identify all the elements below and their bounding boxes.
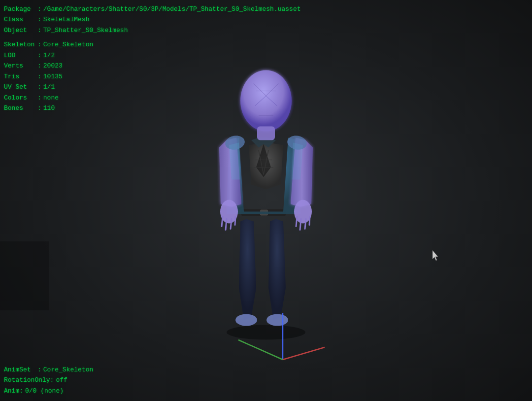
rotation-value: off: [56, 375, 67, 385]
verts-row: Verts : 20023: [4, 61, 301, 71]
skeleton-value: Core_Skeleton: [43, 39, 93, 50]
object-row: Object : TP_Shatter_S0_Skelmesh: [4, 25, 301, 35]
object-label: Object: [4, 25, 37, 35]
class-label: Class: [4, 14, 37, 25]
package-row: Package : /Game/Characters/Shatter/S0/3P…: [4, 4, 301, 14]
lod-label: LOD: [4, 50, 37, 61]
uvset-row: UV Set : 1/1: [4, 82, 301, 92]
svg-rect-18: [257, 127, 275, 140]
bones-label: Bones: [4, 103, 37, 113]
lod-row: LOD : 1/2: [4, 50, 301, 61]
anim-info-panel: AnimSet : Core_Skeleton RotationOnly: of…: [4, 365, 93, 396]
animset-value: Core_Skeleton: [43, 365, 93, 375]
axis-indicator: [233, 310, 342, 371]
uvset-label: UV Set: [4, 82, 37, 92]
class-row: Class : SkeletalMesh: [4, 14, 301, 25]
tris-value: 10135: [43, 71, 63, 82]
bones-row: Bones : 110: [4, 103, 301, 113]
animset-label: AnimSet: [4, 365, 37, 375]
rotation-label: RotationOnly:: [4, 375, 54, 385]
rotation-row: RotationOnly: off: [4, 375, 93, 385]
colors-value: none: [43, 93, 59, 103]
package-value: /Game/Characters/Shatter/S0/3P/Models/TP…: [43, 4, 301, 14]
mouse-cursor: [432, 250, 440, 260]
svg-line-23: [283, 347, 325, 360]
anim-value: 0/0 (none): [25, 386, 64, 396]
colors-label: Colors: [4, 93, 37, 103]
svg-line-22: [238, 340, 283, 360]
mesh-info-panel: Package : /Game/Characters/Shatter/S0/3P…: [4, 4, 301, 113]
3d-viewport[interactable]: Package : /Game/Characters/Shatter/S0/3P…: [0, 0, 532, 401]
uvset-value: 1/1: [43, 82, 55, 92]
verts-label: Verts: [4, 61, 37, 71]
package-label: Package: [4, 4, 37, 14]
verts-value: 20023: [43, 61, 63, 71]
lod-value: 1/2: [43, 50, 55, 61]
animset-row: AnimSet : Core_Skeleton: [4, 365, 93, 375]
anim-row: Anim: 0/0 (none): [4, 386, 93, 396]
bones-value: 110: [43, 103, 55, 113]
skeleton-row: Skeleton : Core_Skeleton: [4, 39, 301, 50]
tris-label: Tris: [4, 71, 37, 82]
class-value: SkeletalMesh: [43, 14, 90, 25]
colors-row: Colors : none: [4, 93, 301, 103]
anim-label: Anim:: [4, 386, 23, 396]
object-value: TP_Shatter_S0_Skelmesh: [43, 25, 128, 35]
skeleton-label: Skeleton: [4, 39, 37, 50]
tris-row: Tris : 10135: [4, 71, 301, 82]
left-panel: [0, 241, 49, 310]
